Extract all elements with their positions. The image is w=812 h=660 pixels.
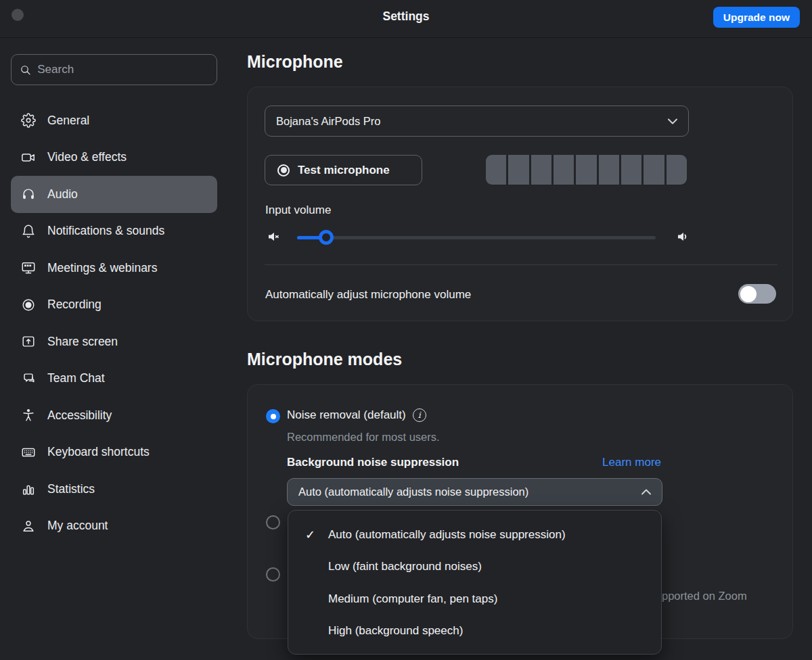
menu-option-label: Auto (automatically adjusts noise suppre…	[328, 528, 566, 542]
microphone-heading: Microphone	[247, 52, 343, 72]
noise-removal-label: Noise removal (default)	[287, 408, 406, 422]
sidebar-item-audio[interactable]: Audio	[11, 176, 217, 213]
upgrade-now-button[interactable]: Upgrade now	[713, 7, 800, 28]
search-field[interactable]	[11, 54, 217, 85]
volume-speaker-icon	[674, 229, 690, 245]
sidebar-item-statistics[interactable]: Statistics	[11, 471, 217, 508]
window-title: Settings	[0, 9, 812, 24]
meter-segment	[531, 155, 551, 185]
bell-icon	[21, 224, 36, 239]
sidebar-item-accessibility[interactable]: Accessibility	[11, 397, 217, 434]
info-icon[interactable]: i	[413, 408, 426, 422]
sidebar-item-label: Recording	[47, 298, 102, 312]
sidebar-item-keyboard-shortcuts[interactable]: Keyboard shortcuts	[11, 434, 217, 471]
sidebar: General Video & effects Audio Notificati…	[0, 39, 235, 660]
gear-icon	[21, 113, 36, 128]
microphone-mode-radio-3[interactable]	[266, 567, 280, 582]
sidebar-item-general[interactable]: General	[11, 102, 217, 139]
share-screen-icon	[21, 334, 36, 349]
record-icon	[277, 164, 290, 176]
main-content: Microphone Bojana's AirPods Pro Test mic…	[235, 39, 812, 660]
accessibility-person-icon	[21, 408, 36, 423]
sidebar-item-share-screen[interactable]: Share screen	[11, 323, 217, 360]
test-microphone-button[interactable]: Test microphone	[265, 155, 422, 185]
noise-suppression-dropdown-menu: ✓ Auto (automatically adjusts noise supp…	[288, 510, 662, 655]
sidebar-item-meetings-webinars[interactable]: Meetings & webinars	[11, 250, 217, 287]
chevron-up-icon	[641, 489, 651, 495]
sidebar-item-label: General	[47, 114, 89, 128]
microphone-device-select[interactable]: Bojana's AirPods Pro	[265, 105, 689, 137]
sidebar-item-recording[interactable]: Recording	[11, 287, 217, 324]
bar-chart-icon	[21, 481, 36, 496]
meter-segment	[576, 155, 596, 185]
headphones-icon	[21, 187, 36, 202]
auto-adjust-volume-toggle[interactable]	[738, 284, 776, 304]
sidebar-item-label: Meetings & webinars	[47, 261, 157, 275]
device-select-value: Bojana's AirPods Pro	[276, 115, 668, 128]
noise-removal-radio[interactable]	[266, 409, 280, 423]
video-camera-icon	[21, 150, 36, 165]
microphone-level-meter	[486, 155, 687, 185]
meter-segment	[621, 155, 641, 185]
sidebar-item-label: My account	[47, 519, 108, 533]
meter-segment	[508, 155, 528, 185]
record-circle-icon	[21, 298, 36, 312]
sidebar-item-my-account[interactable]: My account	[11, 508, 217, 545]
toggle-knob	[740, 286, 757, 302]
noise-suppression-select-value: Auto (automatically adjusts noise suppre…	[298, 486, 641, 498]
microphone-card: Bojana's AirPods Pro Test microphone Inp…	[247, 87, 793, 321]
meter-segment	[667, 155, 687, 185]
chat-bubbles-icon	[21, 371, 36, 386]
divider	[265, 264, 777, 265]
sidebar-item-label: Audio	[47, 187, 78, 202]
input-volume-label: Input volume	[265, 204, 331, 217]
volume-mute-icon	[266, 229, 282, 245]
sidebar-item-video-effects[interactable]: Video & effects	[11, 139, 217, 176]
sidebar-item-label: Video & effects	[47, 150, 127, 164]
sidebar-item-team-chat[interactable]: Team Chat	[11, 360, 217, 398]
background-noise-suppression-label: Background noise suppression	[287, 456, 459, 469]
search-input[interactable]	[37, 63, 208, 76]
sidebar-item-label: Keyboard shortcuts	[47, 445, 150, 459]
keyboard-icon	[21, 445, 36, 460]
sidebar-item-label: Statistics	[47, 482, 95, 496]
learn-more-link[interactable]: Learn more	[602, 456, 661, 469]
title-bar: Settings Upgrade now	[0, 0, 812, 38]
meter-segment	[486, 155, 506, 185]
menu-option-auto[interactable]: ✓ Auto (automatically adjusts noise supp…	[288, 519, 661, 551]
settings-window: Settings Upgrade now General Video & eff…	[0, 0, 812, 660]
menu-option-label: Medium (computer fan, pen taps)	[328, 592, 497, 606]
sidebar-item-label: Accessibility	[47, 408, 112, 423]
slider-thumb[interactable]	[319, 230, 334, 245]
user-icon	[21, 519, 36, 534]
sidebar-item-label: Notifications & sounds	[47, 224, 164, 238]
test-microphone-label: Test microphone	[298, 164, 390, 177]
menu-option-label: Low (faint background noises)	[328, 560, 482, 573]
sidebar-item-label: Share screen	[47, 335, 118, 349]
noise-removal-description: Recommended for most users.	[287, 431, 440, 444]
menu-option-high[interactable]: High (background speech)	[288, 615, 661, 648]
menu-option-label: High (background speech)	[328, 624, 463, 638]
meetings-screen-icon	[21, 260, 36, 275]
microphone-mode-radio-2[interactable]	[266, 515, 280, 529]
check-icon: ✓	[305, 527, 328, 542]
sidebar-nav: General Video & effects Audio Notificati…	[11, 102, 217, 544]
sidebar-item-notifications[interactable]: Notifications & sounds	[11, 213, 217, 250]
search-icon	[20, 64, 31, 76]
meter-segment	[599, 155, 619, 185]
input-volume-slider[interactable]	[297, 236, 656, 239]
chevron-down-icon	[668, 118, 677, 124]
menu-option-medium[interactable]: Medium (computer fan, pen taps)	[288, 583, 661, 615]
input-volume-slider-row	[265, 227, 777, 248]
sidebar-item-label: Team Chat	[47, 371, 105, 385]
meter-segment	[554, 155, 574, 185]
noise-suppression-select[interactable]: Auto (automatically adjusts noise suppre…	[287, 478, 662, 506]
auto-adjust-volume-label: Automatically adjust microphone volume	[265, 288, 471, 302]
meter-segment	[644, 155, 664, 185]
microphone-modes-heading: Microphone modes	[247, 350, 402, 369]
truncated-text: pported on Zoom	[662, 590, 747, 603]
menu-option-low[interactable]: Low (faint background noises)	[288, 551, 661, 584]
